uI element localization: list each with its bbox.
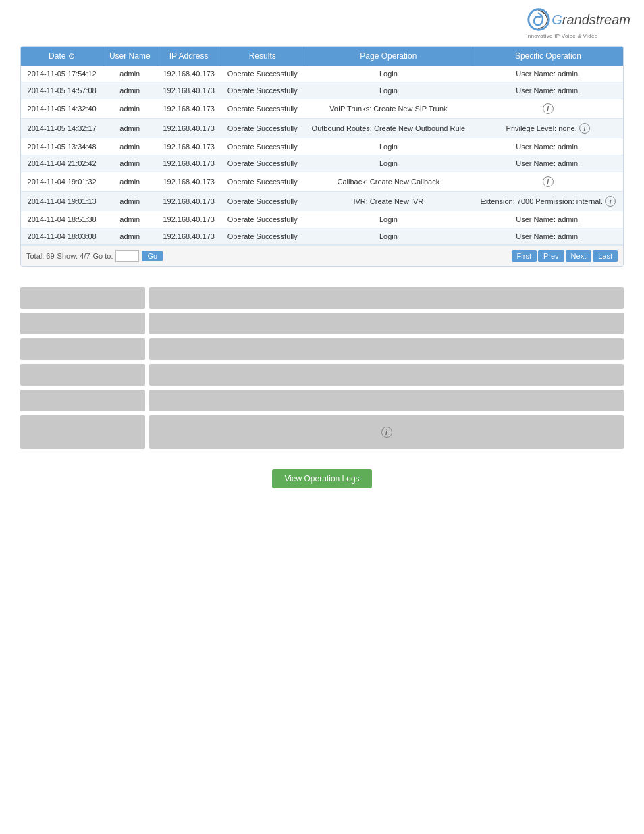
col-specific-operation: Specific Operation	[473, 47, 623, 66]
view-logs-section: View Operation Logs	[20, 469, 624, 488]
cell-page-op: Login	[304, 66, 473, 82]
table-row: 2014-11-04 19:01:32admin192.168.40.173Op…	[21, 172, 623, 192]
cell-results: Operate Successfully	[221, 155, 304, 172]
prev-page-button[interactable]: Prev	[538, 250, 564, 262]
cell-page-op: Login	[304, 228, 473, 245]
col-results: Results	[221, 47, 304, 66]
cell-specific-op: Extension: 7000 Permission: internal. i	[473, 192, 623, 211]
cell-ip: 192.168.40.173	[157, 155, 221, 172]
cell-page-op: Login	[304, 155, 473, 172]
cell-user: admin	[103, 138, 157, 155]
cell-date: 2014-11-05 14:32:40	[21, 99, 103, 119]
cell-specific-op: User Name: admin.	[473, 211, 623, 228]
pagination-row: Total: 69 Show: 4/7 Go to: Go First Prev…	[21, 245, 623, 266]
cell-user: admin	[103, 99, 157, 119]
info-circle-icon[interactable]: i	[605, 196, 616, 207]
cell-results: Operate Successfully	[221, 228, 304, 245]
goto-input[interactable]	[115, 250, 139, 262]
cell-page-op: Login	[304, 211, 473, 228]
cell-ip: 192.168.40.173	[157, 138, 221, 155]
table-row: 2014-11-05 13:34:48admin192.168.40.173Op…	[21, 138, 623, 155]
gray-blocks-section: i	[20, 287, 624, 449]
cell-results: Operate Successfully	[221, 99, 304, 119]
cell-ip: 192.168.40.173	[157, 172, 221, 192]
gray-block-row-6: i	[20, 415, 624, 449]
cell-date: 2014-11-04 18:51:38	[21, 211, 103, 228]
main-content: Date ⊙ User Name IP Address Results Page…	[0, 46, 644, 488]
header: Grandstream Innovative IP Voice & Video	[0, 0, 644, 46]
gray-block-left-3	[20, 338, 145, 360]
cell-results: Operate Successfully	[221, 192, 304, 211]
table-row: 2014-11-04 19:01:13admin192.168.40.173Op…	[21, 192, 623, 211]
cell-page-op: Outbound Routes: Create New Outbound Rul…	[304, 119, 473, 138]
gray-block-right-5	[149, 390, 624, 411]
logo-tagline: Innovative IP Voice & Video	[526, 33, 597, 39]
cell-results: Operate Successfully	[221, 66, 304, 82]
last-page-button[interactable]: Last	[593, 250, 618, 262]
logo-swirl-icon	[526, 7, 552, 32]
cell-user: admin	[103, 211, 157, 228]
gray-block-right-6: i	[149, 415, 624, 449]
cell-ip: 192.168.40.173	[157, 192, 221, 211]
gray-block-left-1	[20, 287, 145, 309]
cell-date: 2014-11-04 19:01:32	[21, 172, 103, 192]
cell-user: admin	[103, 192, 157, 211]
gray-block-left-2	[20, 313, 145, 334]
cell-specific-op: i	[473, 172, 623, 192]
cell-user: admin	[103, 119, 157, 138]
cell-date: 2014-11-05 14:57:08	[21, 82, 103, 99]
gray-block-row-1	[20, 287, 624, 309]
col-ip-address: IP Address	[157, 47, 221, 66]
gray-block-right-4	[149, 364, 624, 386]
gray-block-left-6	[20, 415, 145, 449]
pagination-info: Total: 69 Show: 4/7 Go to: Go	[26, 250, 163, 262]
cell-user: admin	[103, 172, 157, 192]
grandstream-logo: Grandstream Innovative IP Voice & Video	[526, 7, 630, 39]
cell-specific-op: User Name: admin.	[473, 155, 623, 172]
cell-page-op: VoIP Trunks: Create New SIP Trunk	[304, 99, 473, 119]
cell-page-op: Login	[304, 82, 473, 99]
col-page-operation: Page Operation	[304, 47, 473, 66]
cell-ip: 192.168.40.173	[157, 66, 221, 82]
cell-user: admin	[103, 228, 157, 245]
info-circle-icon[interactable]: i	[381, 427, 392, 438]
operation-logs-table: Date ⊙ User Name IP Address Results Page…	[21, 47, 623, 245]
cell-date: 2014-11-05 13:34:48	[21, 138, 103, 155]
gray-block-row-2	[20, 313, 624, 334]
cell-results: Operate Successfully	[221, 211, 304, 228]
show-pages: Show: 4/7	[57, 252, 90, 260]
gray-block-right-1	[149, 287, 624, 309]
info-circle-icon[interactable]: i	[579, 123, 590, 134]
first-page-button[interactable]: First	[512, 250, 537, 262]
info-circle-icon[interactable]: i	[543, 176, 554, 187]
logo-brand-name: Grandstream	[552, 12, 630, 28]
cell-user: admin	[103, 155, 157, 172]
goto-go-button[interactable]: Go	[142, 251, 163, 261]
cell-specific-op: User Name: admin.	[473, 66, 623, 82]
table-row: 2014-11-05 17:54:12admin192.168.40.173Op…	[21, 66, 623, 82]
cell-date: 2014-11-04 19:01:13	[21, 192, 103, 211]
cell-specific-op: i	[473, 99, 623, 119]
col-user-name: User Name	[103, 47, 157, 66]
cell-ip: 192.168.40.173	[157, 228, 221, 245]
cell-ip: 192.168.40.173	[157, 82, 221, 99]
table-row: 2014-11-05 14:32:17admin192.168.40.173Op…	[21, 119, 623, 138]
info-circle-icon[interactable]: i	[543, 103, 554, 114]
gray-block-right-2	[149, 313, 624, 334]
cell-ip: 192.168.40.173	[157, 119, 221, 138]
cell-specific-op: Privilege Level: none. i	[473, 119, 623, 138]
col-date: Date ⊙	[21, 47, 103, 66]
logo-g-letter: G	[552, 12, 562, 27]
total-count: Total: 69	[26, 252, 55, 260]
gray-block-row-4	[20, 364, 624, 386]
table-row: 2014-11-05 14:32:40admin192.168.40.173Op…	[21, 99, 623, 119]
next-page-button[interactable]: Next	[566, 250, 592, 262]
operation-logs-table-section: Date ⊙ User Name IP Address Results Page…	[20, 46, 624, 267]
view-operation-logs-button[interactable]: View Operation Logs	[272, 469, 371, 488]
gray-block-left-5	[20, 390, 145, 411]
goto-label: Go to:	[93, 252, 113, 260]
cell-date: 2014-11-04 18:03:08	[21, 228, 103, 245]
cell-page-op: Callback: Create New Callback	[304, 172, 473, 192]
table-header-row: Date ⊙ User Name IP Address Results Page…	[21, 47, 623, 66]
cell-results: Operate Successfully	[221, 138, 304, 155]
